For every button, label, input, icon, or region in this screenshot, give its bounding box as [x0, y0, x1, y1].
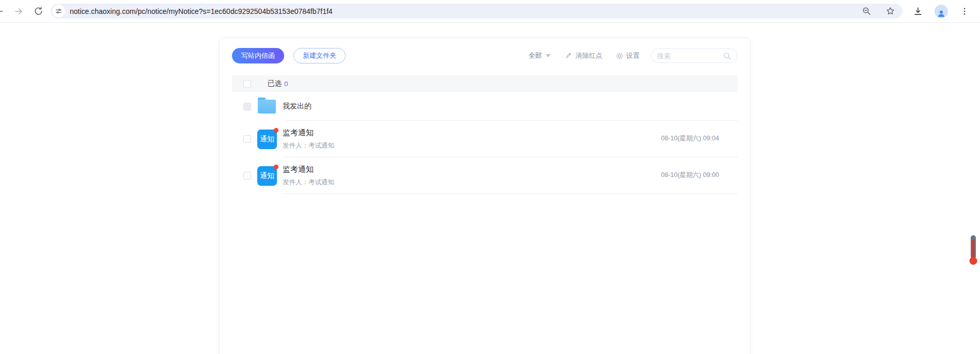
notice-badge-label: 通知	[260, 171, 274, 181]
folder-icon	[258, 100, 276, 114]
address-bar[interactable]: notice.chaoxing.com/pc/notice/myNotice?s…	[51, 4, 903, 19]
notice-badge-icon: 通知	[257, 166, 277, 186]
page-background: 写站内信函 新建文件夹 全部 清除红点 设置	[0, 23, 980, 354]
notice-text-block: 监考通知 发件人：考试通知	[283, 128, 334, 150]
gear-icon	[616, 52, 624, 60]
notice-row[interactable]: 通知 监考通知 发件人：考试通知 08-10(星期六) 09:04	[232, 121, 738, 157]
notice-panel: 写站内信函 新建文件夹 全部 清除红点 设置	[219, 38, 751, 354]
notice-checkbox[interactable]	[243, 172, 251, 180]
notice-timestamp: 08-10(星期六) 09:00	[661, 171, 719, 180]
compose-message-button[interactable]: 写站内信函	[232, 48, 284, 63]
profile-avatar[interactable]	[935, 5, 948, 18]
chevron-down-icon	[546, 54, 551, 57]
search-box[interactable]	[651, 49, 738, 63]
back-icon[interactable]	[0, 5, 6, 18]
settings-label: 设置	[626, 51, 640, 60]
clear-red-dots-label: 清除红点	[575, 51, 602, 60]
bookmark-star-icon[interactable]	[884, 5, 896, 18]
selected-label: 已选	[268, 79, 282, 88]
settings-button[interactable]: 设置	[616, 51, 640, 60]
thermometer-widget[interactable]	[971, 235, 976, 259]
folder-row-sent[interactable]: 我发出的	[232, 92, 738, 121]
search-input[interactable]	[657, 52, 714, 60]
filter-label: 全部	[528, 51, 542, 60]
broom-icon	[565, 52, 573, 60]
site-info-icon[interactable]	[52, 5, 65, 18]
unread-dot	[274, 128, 278, 133]
search-icon[interactable]	[723, 52, 732, 60]
download-icon[interactable]	[912, 5, 924, 18]
notice-title: 监考通知	[283, 165, 334, 174]
reload-icon[interactable]	[32, 5, 44, 18]
thermometer-bulb	[970, 257, 977, 265]
filter-dropdown[interactable]: 全部	[528, 51, 551, 60]
selected-count: 0	[284, 80, 288, 88]
clear-red-dots-button[interactable]: 清除红点	[565, 51, 602, 60]
notice-badge-label: 通知	[260, 135, 274, 144]
notice-timestamp: 08-10(星期六) 09:04	[661, 134, 719, 143]
url-text: notice.chaoxing.com/pc/notice/myNotice?s…	[70, 7, 333, 15]
browser-actions	[912, 5, 971, 18]
browser-toolbar: notice.chaoxing.com/pc/notice/myNotice?s…	[0, 0, 980, 23]
menu-dots-icon[interactable]	[958, 5, 971, 18]
notice-badge-icon: 通知	[257, 130, 277, 149]
notice-sender: 发件人：考试通知	[283, 141, 334, 150]
select-all-checkbox[interactable]	[243, 80, 251, 88]
notice-title: 监考通知	[283, 128, 334, 138]
notice-sender: 发件人：考试通知	[283, 178, 334, 187]
new-folder-button[interactable]: 新建文件夹	[293, 48, 346, 63]
zoom-out-icon[interactable]	[860, 5, 873, 18]
notice-text-block: 监考通知 发件人：考试通知	[283, 165, 334, 187]
panel-toolbar: 写站内信函 新建文件夹 全部 清除红点 设置	[232, 48, 738, 63]
notice-row[interactable]: 通知 监考通知 发件人：考试通知 08-10(星期六) 09:00	[232, 157, 738, 194]
notice-checkbox[interactable]	[243, 135, 251, 143]
forward-icon[interactable]	[12, 5, 25, 18]
folder-checkbox[interactable]	[243, 103, 251, 110]
folder-name: 我发出的	[283, 102, 312, 111]
address-bar-actions	[860, 5, 896, 18]
select-all-bar: 已选 0	[232, 75, 738, 92]
unread-dot	[274, 165, 278, 169]
